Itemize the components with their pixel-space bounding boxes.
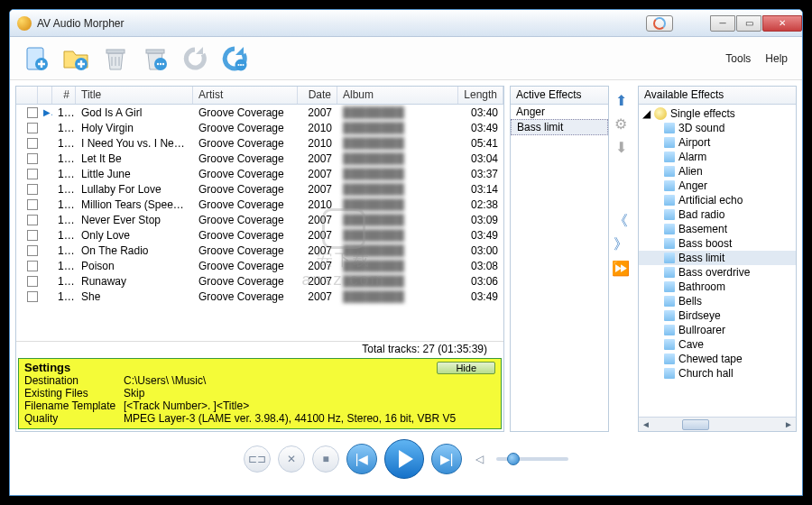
scroll-left-icon[interactable]: ◄ [639,418,653,431]
effect-item[interactable]: 3D sound [639,121,796,135]
track-header: # Title Artist Date Album Length [16,87,503,105]
maximize-button[interactable]: ▭ [736,15,761,32]
table-row[interactable]: 1... Poison Groove Coverage 2007 ███████… [16,258,503,273]
effect-item[interactable]: Bass overdrive [639,265,796,280]
volume-slider[interactable] [496,457,568,461]
move-up-button[interactable]: ⬆ [612,91,630,109]
prev-button[interactable]: |◀ [346,444,377,474]
row-checkbox[interactable] [27,245,38,256]
row-checkbox[interactable] [27,230,38,241]
volume-knob[interactable] [507,453,520,465]
track-date: 2007 [298,260,337,272]
col-title[interactable]: Title [76,87,193,104]
row-checkbox[interactable] [27,169,38,179]
effects-tree[interactable]: ◢Single effects3D soundAirportAlarmAlien… [639,105,796,417]
effect-item[interactable]: Cave [639,337,796,352]
row-checkbox[interactable] [27,138,38,149]
effect-item[interactable]: Bad radio [639,207,796,222]
move-down-button[interactable]: ⬇ [612,138,630,156]
row-checkbox[interactable] [27,123,38,133]
col-number[interactable]: # [52,87,76,104]
row-checkbox[interactable] [27,153,38,164]
table-row[interactable]: ▶▶ 1... God Is A Girl Groove Coverage 20… [16,105,503,120]
row-checkbox[interactable] [27,199,38,210]
active-effect-item[interactable]: Anger [511,105,608,119]
minimize-button[interactable]: ─ [710,15,735,32]
table-row[interactable]: 1... Only Love Groove Coverage 2007 ████… [16,227,503,243]
existing-value[interactable]: Skip [124,387,144,399]
template-value[interactable]: [<Track Number>. ]<Title> [124,399,249,412]
opera-icon[interactable] [646,15,673,32]
horizontal-scrollbar[interactable]: ◄ ► [639,417,796,431]
effect-item[interactable]: Bathroom [639,280,796,294]
repeat-button[interactable]: ⊏⊐ [244,445,271,473]
convert-button[interactable] [217,41,252,76]
col-date[interactable]: Date [298,87,337,104]
add-effect-button[interactable]: 《 [612,212,630,230]
track-length: 03:14 [458,183,503,196]
active-effect-item[interactable]: Bass limit [511,119,608,135]
record-button[interactable]: ■ [312,445,339,473]
menu-help[interactable]: Help [765,52,788,65]
table-row[interactable]: 1... Little June Groove Coverage 2007 ██… [16,166,503,181]
destination-label: Destination [24,374,124,387]
row-checkbox[interactable] [27,107,38,118]
refresh-button[interactable] [178,41,212,76]
collapse-icon[interactable]: ◢ [642,107,651,120]
effect-item[interactable]: Airport [639,135,796,150]
track-list[interactable]: ▶▶ 1... God Is A Girl Groove Coverage 20… [16,105,503,341]
table-row[interactable]: 1... Never Ever Stop Groove Coverage 200… [16,212,503,227]
titlebar[interactable]: AV Audio Morpher ─ ▭ ✕ [10,10,802,37]
col-album[interactable]: Album [337,87,458,104]
settings-gear-icon[interactable]: ⚙ [612,115,630,133]
quality-value[interactable]: MPEG Layer-3 (LAME ver. 3.98.4), 44100 H… [124,412,456,425]
table-row[interactable]: 1... On The Radio Groove Coverage 2007 █… [16,243,503,258]
delete-button[interactable] [98,41,133,76]
effect-item[interactable]: Bass limit [639,251,796,265]
close-button[interactable]: ✕ [762,15,802,32]
delete-all-button[interactable] [138,41,172,76]
shuffle-button[interactable]: ✕ [278,445,305,473]
menu-tools[interactable]: Tools [725,52,751,65]
table-row[interactable]: 1... I Need You vs. I Need... Groove Cov… [16,135,503,151]
effect-item[interactable]: Alien [639,164,796,179]
table-row[interactable]: 1... Lullaby For Love Groove Coverage 20… [16,181,503,197]
row-checkbox[interactable] [27,184,38,195]
effect-item[interactable]: Chewed tape [639,352,796,366]
effect-item[interactable]: Anger [639,179,796,193]
remove-effect-button[interactable]: 》 [612,235,630,253]
next-button[interactable]: ▶| [431,444,462,474]
track-artist: Groove Coverage [193,260,298,272]
volume-icon[interactable]: ◁ [469,449,489,469]
table-row[interactable]: 1... Let It Be Groove Coverage 2007 ████… [16,151,503,166]
row-checkbox[interactable] [27,261,38,271]
col-artist[interactable]: Artist [193,87,298,104]
track-album: ████████ [337,137,458,150]
effect-item[interactable]: Church hall [639,366,796,381]
effect-item[interactable]: Basement [639,222,796,236]
row-checkbox[interactable] [27,276,38,287]
table-row[interactable]: 1... Holy Virgin Groove Coverage 2010 ██… [16,120,503,135]
effect-item[interactable]: Bullroarer [639,323,796,337]
table-row[interactable]: 1... She Groove Coverage 2007 ████████ 0… [16,289,503,304]
hide-button[interactable]: Hide [437,362,495,374]
effect-item[interactable]: Artificial echo [639,193,796,207]
row-checkbox[interactable] [27,215,38,225]
scroll-right-icon[interactable]: ► [781,418,796,431]
effect-item[interactable]: Alarm [639,150,796,164]
remove-all-button[interactable]: ⏩ [612,259,630,277]
table-row[interactable]: 1... Million Tears (Speed V... Groove Co… [16,197,503,212]
add-file-button[interactable] [19,41,53,76]
table-row[interactable]: 1... Runaway Groove Coverage 2007 ██████… [16,273,503,289]
destination-value[interactable]: C:\Users\ \Music\ [124,374,206,387]
effect-item[interactable]: Bass boost [639,236,796,251]
scroll-thumb[interactable] [682,419,709,430]
play-button[interactable] [384,439,424,479]
effect-item[interactable]: Bells [639,294,796,308]
col-length[interactable]: Length [458,87,503,104]
tree-root[interactable]: ◢Single effects [639,106,796,121]
row-checkbox[interactable] [27,291,38,302]
effect-item[interactable]: Birdseye [639,308,796,323]
track-length: 03:49 [458,122,503,134]
add-folder-button[interactable] [59,41,93,76]
